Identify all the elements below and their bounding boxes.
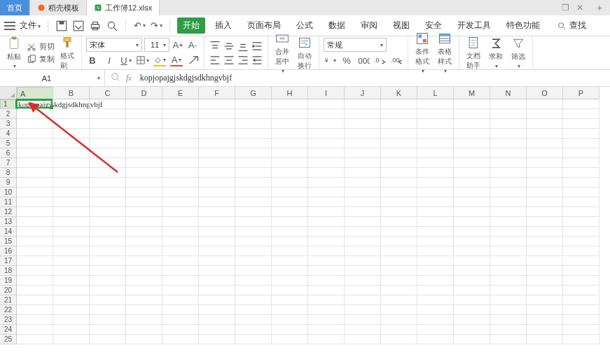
cell[interactable] [490, 168, 527, 178]
cell[interactable] [381, 207, 417, 217]
cell[interactable] [563, 325, 599, 335]
cell[interactable] [53, 295, 90, 305]
cell[interactable] [199, 256, 235, 266]
cell[interactable] [454, 148, 490, 158]
cell[interactable] [199, 286, 235, 295]
formula-input[interactable]: kopjopajgjskdgjsdkhngvbjf [137, 73, 610, 83]
cell[interactable] [490, 178, 527, 188]
cell[interactable] [308, 266, 345, 276]
cell[interactable] [454, 188, 490, 197]
font-size-select[interactable]: 11▾ [144, 38, 169, 52]
cell[interactable] [308, 227, 345, 237]
indent-increase-button[interactable] [251, 40, 263, 52]
doc-helper-button[interactable]: 文档助手 [464, 36, 483, 71]
row-header[interactable]: 3 [0, 119, 17, 129]
cell[interactable] [563, 99, 599, 109]
cell[interactable] [162, 246, 199, 256]
cell[interactable] [272, 276, 308, 286]
cell[interactable] [272, 305, 308, 315]
row-header[interactable]: 19 [0, 276, 17, 286]
cell[interactable] [199, 266, 235, 276]
cell[interactable] [17, 237, 53, 246]
cell[interactable]: kopjopajgjskdgjsdkhngvbjf [17, 99, 53, 109]
cell[interactable] [17, 227, 53, 237]
cell[interactable] [90, 119, 126, 129]
cell[interactable] [527, 178, 563, 188]
print-preview-icon[interactable] [106, 20, 118, 32]
cell[interactable] [126, 148, 162, 158]
col-header[interactable]: L [417, 87, 454, 99]
cell[interactable] [308, 335, 345, 344]
cell[interactable] [381, 178, 417, 188]
cell[interactable] [53, 99, 90, 109]
cell[interactable] [235, 315, 272, 325]
col-header[interactable]: H [272, 87, 308, 99]
cell[interactable] [417, 286, 454, 295]
cell[interactable] [90, 178, 126, 188]
cell[interactable] [308, 99, 345, 109]
row-header[interactable]: 25 [0, 335, 17, 344]
cell[interactable] [162, 207, 199, 217]
cell[interactable] [126, 305, 162, 315]
cell[interactable] [17, 158, 53, 168]
cell[interactable] [490, 286, 527, 295]
cell[interactable] [199, 246, 235, 256]
cell[interactable] [454, 246, 490, 256]
wrap-text-button[interactable]: 自动换行 [295, 36, 314, 71]
cell[interactable] [199, 217, 235, 227]
row-header[interactable]: 24 [0, 325, 17, 335]
cell[interactable] [272, 158, 308, 168]
cell[interactable] [126, 295, 162, 305]
cell[interactable] [454, 325, 490, 335]
cell[interactable] [17, 197, 53, 207]
cell[interactable] [162, 315, 199, 325]
cell[interactable] [17, 315, 53, 325]
cell[interactable] [454, 305, 490, 315]
name-box-dropdown-icon[interactable]: ▾ [93, 75, 104, 81]
cell[interactable] [490, 99, 527, 109]
cell[interactable] [563, 217, 599, 227]
cell[interactable] [454, 178, 490, 188]
cell[interactable] [235, 168, 272, 178]
decrease-decimal-button[interactable]: .00 [391, 54, 403, 66]
cell[interactable] [162, 266, 199, 276]
cell[interactable] [563, 227, 599, 237]
row-header[interactable]: 10 [0, 188, 17, 197]
cell[interactable] [199, 207, 235, 217]
row-header[interactable]: 1 [0, 99, 17, 109]
cell[interactable] [17, 266, 53, 276]
cell[interactable] [308, 188, 345, 197]
cell[interactable] [563, 305, 599, 315]
cell[interactable] [272, 109, 308, 119]
cell[interactable] [527, 188, 563, 197]
search-box[interactable]: 查找 [557, 20, 586, 31]
cell[interactable] [53, 335, 90, 344]
merge-center-button[interactable]: 合并居中▾ [272, 31, 292, 74]
col-header[interactable]: C [90, 87, 126, 99]
cell[interactable] [272, 178, 308, 188]
copy-button[interactable]: 复制 [27, 54, 55, 64]
cell[interactable] [527, 99, 563, 109]
cell[interactable] [162, 276, 199, 286]
spreadsheet-grid[interactable]: ABCDEFGHIJKLMNOP 12345678910111213141516… [0, 87, 610, 357]
cell[interactable] [199, 197, 235, 207]
cell[interactable] [308, 129, 345, 139]
cell[interactable] [162, 295, 199, 305]
cell[interactable] [90, 335, 126, 344]
border-button[interactable]: ▾ [137, 54, 149, 66]
print-icon[interactable] [89, 20, 102, 32]
cell[interactable] [90, 305, 126, 315]
cell[interactable] [345, 256, 381, 266]
cell[interactable] [126, 256, 162, 266]
cell[interactable] [90, 217, 126, 227]
cell[interactable] [53, 217, 90, 227]
cell[interactable] [381, 227, 417, 237]
cell[interactable] [417, 139, 454, 148]
cell[interactable] [454, 335, 490, 344]
cell[interactable] [17, 119, 53, 129]
cell[interactable] [490, 197, 527, 207]
cell[interactable] [417, 256, 454, 266]
cell[interactable] [417, 119, 454, 129]
cell[interactable] [527, 227, 563, 237]
cell[interactable] [235, 217, 272, 227]
